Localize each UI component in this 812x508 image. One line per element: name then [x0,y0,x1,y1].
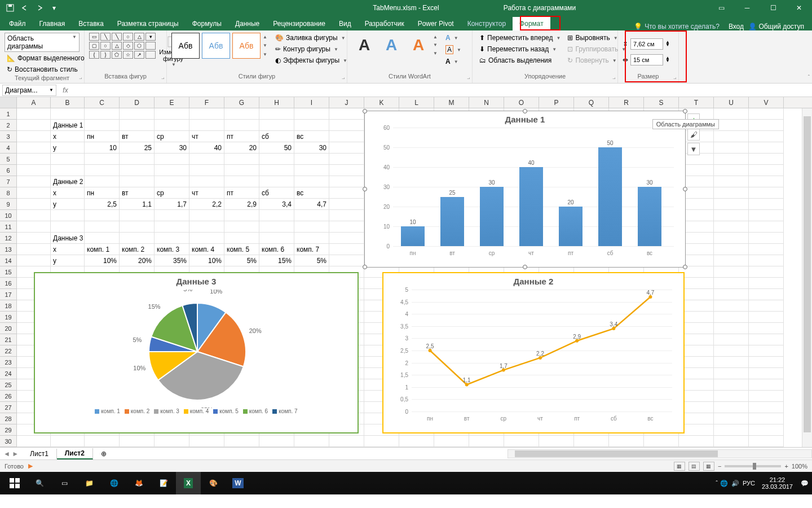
cell[interactable] [17,221,51,233]
cell[interactable] [714,131,749,142]
row-header[interactable]: 25 [0,379,17,391]
sheet-tab[interactable]: Лист1 [22,449,57,459]
column-header[interactable]: O [504,97,539,108]
tray-chevron-icon[interactable]: ˆ [716,480,718,487]
cell[interactable] [749,108,784,120]
cell[interactable]: вс [294,187,329,199]
save-icon[interactable] [3,1,17,15]
shape-effects-button[interactable]: ◐ Эффекты фигуры▼ [273,55,350,65]
row-header[interactable]: 9 [0,199,17,210]
cell[interactable] [120,233,155,244]
column-header[interactable]: K [364,97,399,108]
cell[interactable] [329,131,364,142]
cell[interactable] [749,165,784,176]
cell[interactable] [714,154,749,165]
cell[interactable] [294,108,329,120]
cell[interactable] [189,221,224,233]
cell[interactable] [714,233,749,244]
cell[interactable] [155,154,189,165]
cell[interactable]: Данные 1 [51,120,85,131]
cell[interactable] [539,436,574,447]
cell[interactable] [329,436,364,447]
cell[interactable]: вт [120,187,155,199]
cell[interactable] [749,278,784,289]
cell[interactable]: чт [189,187,224,199]
cell[interactable] [17,131,51,142]
cell[interactable]: 5% [294,255,329,266]
cell[interactable] [259,210,294,221]
column-header[interactable]: G [224,97,259,108]
name-box[interactable]: Диаграм...▼ [2,85,56,96]
cell[interactable] [294,221,329,233]
cell[interactable] [85,154,120,165]
tell-me-search[interactable]: 💡 Что вы хотите сделать? [629,23,724,30]
cell[interactable] [714,244,749,255]
cell[interactable] [329,176,364,187]
cell[interactable] [224,210,259,221]
column-header[interactable]: H [259,97,294,108]
cell[interactable] [714,368,749,379]
cell[interactable] [714,165,749,176]
cell[interactable] [504,436,539,447]
cell[interactable] [714,210,749,221]
minimize-icon[interactable]: ─ [734,0,760,16]
cell[interactable] [17,120,51,131]
text-effects-button[interactable]: A▼ [443,56,464,67]
signin-link[interactable]: Вход [729,23,744,30]
chart-line[interactable]: Данные 2 00,511,522,533,544,55пн2,5вт1,1… [382,272,685,433]
reset-style-button[interactable]: ↻ Восстановить стиль [5,64,80,75]
row-header[interactable]: 14 [0,255,17,266]
app-icon[interactable]: 🎨 [201,472,226,494]
cell[interactable] [749,154,784,165]
cell[interactable]: 10 [85,142,120,154]
redo-icon[interactable] [33,1,46,15]
column-header[interactable]: J [329,97,364,108]
row-header[interactable]: 27 [0,402,17,413]
row-header[interactable]: 16 [0,278,17,289]
formula-input[interactable] [72,85,812,96]
tab-chart-design[interactable]: Конструктор [461,17,513,30]
cell[interactable] [714,312,749,323]
cell[interactable] [714,391,749,402]
cell[interactable] [749,300,784,312]
cell[interactable] [155,436,189,447]
cell[interactable] [714,357,749,368]
row-header[interactable]: 23 [0,357,17,368]
tab-home[interactable]: Главная [33,17,72,30]
cell[interactable] [329,221,364,233]
cell[interactable]: 40 [189,142,224,154]
cell[interactable] [120,165,155,176]
cell[interactable]: Данные 3 [51,233,85,244]
cell[interactable] [714,176,749,187]
cell[interactable] [749,210,784,221]
normal-view-button[interactable]: ▦ [674,462,685,471]
collapse-ribbon-icon[interactable]: ˆ [808,75,810,81]
ribbon-options-icon[interactable]: ▭ [708,0,734,16]
cell[interactable] [714,379,749,391]
cell[interactable] [224,436,259,447]
cell[interactable] [259,233,294,244]
column-header[interactable]: B [51,97,85,108]
column-header[interactable]: C [85,97,120,108]
language-indicator[interactable]: РУС [743,480,755,487]
cell[interactable] [749,345,784,357]
cell[interactable]: комп. 2 [120,244,155,255]
cell[interactable] [749,323,784,334]
cell[interactable] [294,154,329,165]
chart-filters-button[interactable]: ▼ [687,143,700,155]
cell[interactable]: ср [155,187,189,199]
cell[interactable] [329,210,364,221]
row-header[interactable]: 28 [0,413,17,424]
cell[interactable] [714,402,749,413]
undo-icon[interactable] [18,1,32,15]
cell[interactable] [189,154,224,165]
cell[interactable] [294,165,329,176]
cell[interactable] [17,108,51,120]
cell[interactable] [714,120,749,131]
shape-fill-button[interactable]: 🎨 Заливка фигуры▼ [273,33,350,43]
cell[interactable] [259,221,294,233]
send-backward-button[interactable]: ⬇ Переместить назад▼ [477,44,563,54]
cell[interactable] [224,108,259,120]
chart-title[interactable]: Данные 2 [383,277,683,286]
cell[interactable] [714,436,749,447]
